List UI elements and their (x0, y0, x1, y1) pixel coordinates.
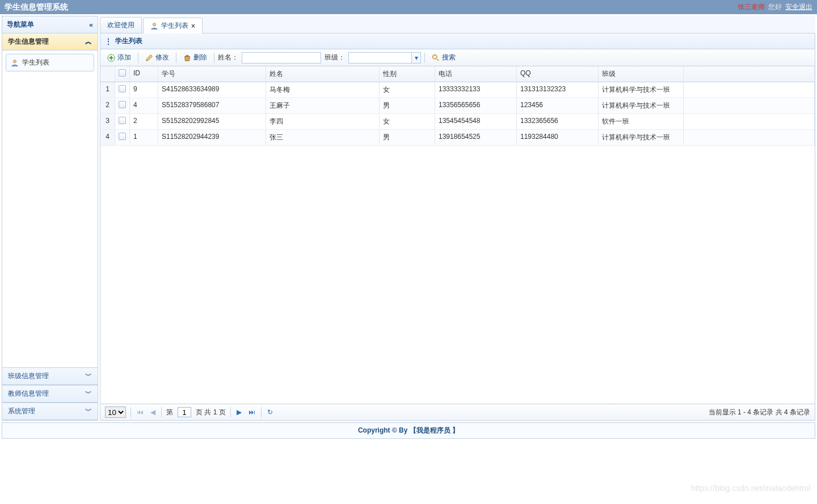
chevron-up-icon: ︽ (85, 37, 92, 46)
sidebar-leaf-label: 学生列表 (22, 58, 49, 67)
chevron-down-icon[interactable]: ▾ (411, 53, 420, 63)
app-title: 学生信息管理系统 (5, 2, 68, 12)
plus-icon (107, 53, 115, 62)
page-size-select[interactable]: 10 (105, 406, 126, 418)
col-checkall[interactable] (115, 66, 130, 82)
col-name[interactable]: 姓名 (266, 66, 380, 82)
user-icon (11, 58, 19, 67)
svg-point-1 (153, 23, 155, 26)
svg-point-3 (433, 55, 437, 59)
cell-qq: 123456 (517, 98, 599, 113)
name-filter-label: 姓名： (218, 53, 238, 62)
tab-label: 欢迎使用 (107, 20, 134, 30)
sidebar-item-student[interactable]: 学生信息管理 ︽ (2, 33, 98, 50)
edit-label: 修改 (155, 53, 169, 62)
sidebar-title: 导航菜单 « (2, 16, 98, 33)
tab-student-list[interactable]: 学生列表 × (143, 18, 203, 33)
prev-page-button[interactable]: ◀ (149, 408, 157, 416)
table-row[interactable]: 41S11528202944239张三男13918654525119328448… (100, 130, 815, 146)
checkbox-icon[interactable] (119, 85, 126, 92)
col-qq[interactable]: QQ (517, 66, 599, 82)
greet-text: 您好 (768, 2, 782, 12)
cell-qq: 131313132323 (517, 82, 599, 98)
sidebar-item-label: 班级信息管理 (8, 371, 49, 381)
user-icon (150, 22, 158, 30)
cell-qq: 1193284480 (517, 130, 599, 145)
cell-class: 软件一班 (599, 114, 684, 129)
cell-class: 计算机科学与技术一班 (599, 82, 684, 98)
sidebar-title-label: 导航菜单 (7, 20, 34, 29)
cell-rownum: 4 (100, 130, 115, 145)
col-gender[interactable]: 性别 (380, 66, 435, 82)
cell-phone: 13545454548 (435, 114, 517, 129)
sidebar-item-teacher[interactable]: 教师信息管理 ︾ (2, 385, 98, 403)
table-row[interactable]: 19S41528633634989马冬梅女1333333213313131313… (100, 82, 815, 98)
collapse-icon[interactable]: « (89, 21, 93, 29)
class-filter-input[interactable] (349, 53, 411, 63)
col-sn[interactable]: 学号 (158, 66, 266, 82)
cell-name: 张三 (266, 130, 380, 145)
cell-check[interactable] (115, 114, 130, 129)
checkbox-icon[interactable] (119, 117, 126, 124)
cell-phone: 13333332133 (435, 82, 517, 98)
edit-button[interactable]: 修改 (142, 52, 172, 63)
cell-qq: 1332365656 (517, 114, 599, 129)
sidebar-item-label: 系统管理 (8, 406, 35, 416)
last-page-button[interactable]: ⏭ (247, 408, 256, 416)
checkbox-icon[interactable] (119, 101, 126, 108)
pager-info: 当前显示 1 - 4 条记录 共 4 条记录 (709, 408, 810, 417)
cell-check[interactable] (115, 82, 130, 98)
sidebar-item-system[interactable]: 系统管理 ︾ (2, 403, 98, 420)
col-class[interactable]: 班级 (599, 66, 684, 82)
table-row[interactable]: 24S51528379586807王麻子男13356565656123456计算… (100, 98, 815, 114)
cell-phone: 13356565656 (435, 98, 517, 113)
sidebar-item-label: 学生信息管理 (8, 37, 49, 46)
tab-welcome[interactable]: 欢迎使用 (100, 17, 142, 33)
checkbox-icon[interactable] (119, 69, 126, 77)
sidebar-item-class[interactable]: 班级信息管理 ︾ (2, 367, 98, 385)
separator (176, 53, 176, 63)
add-button[interactable]: 添加 (104, 52, 134, 63)
cell-id: 2 (130, 114, 158, 129)
next-page-button[interactable]: ▶ (235, 408, 243, 416)
tab-bar: 欢迎使用 学生列表 × (100, 16, 815, 33)
cell-id: 4 (130, 98, 158, 113)
delete-button[interactable]: 删除 (180, 52, 210, 63)
separator (138, 53, 138, 63)
cell-check[interactable] (115, 130, 130, 145)
class-filter-combo[interactable]: ▾ (348, 52, 421, 63)
separator (230, 407, 231, 417)
cell-id: 1 (130, 130, 158, 145)
separator (214, 53, 214, 63)
first-page-button[interactable]: ⏮ (136, 408, 145, 416)
app-header: 学生信息管理系统 张三老师 您好 安全退出 (0, 0, 817, 14)
cell-sn: S51528202992845 (158, 114, 266, 129)
chevron-down-icon: ︾ (85, 371, 92, 381)
cell-sn: S11528202944239 (158, 130, 266, 145)
page-input[interactable] (178, 407, 191, 417)
cell-spacer (684, 98, 815, 113)
toolbar: 添加 修改 删除 姓名： 班级： ▾ 搜索 (100, 49, 815, 66)
separator (130, 407, 131, 417)
footer-label: Copyright © By 【我是程序员 】 (358, 426, 459, 434)
cell-class: 计算机科学与技术一班 (599, 98, 684, 113)
cell-check[interactable] (115, 98, 130, 113)
checkbox-icon[interactable] (119, 133, 126, 140)
name-filter-input[interactable] (242, 52, 321, 63)
sidebar-leaf-student-list[interactable]: 学生列表 (6, 54, 94, 71)
refresh-button[interactable]: ↻ (266, 408, 274, 416)
delete-label: 删除 (193, 53, 207, 62)
grid-header: ID 学号 姓名 性别 电话 QQ 班级 (100, 66, 815, 82)
chevron-down-icon: ︾ (85, 389, 92, 399)
table-row[interactable]: 32S51528202992845李四女13545454548133236565… (100, 114, 815, 130)
grid-body: 19S41528633634989马冬梅女1333333213313131313… (100, 82, 815, 404)
col-phone[interactable]: 电话 (435, 66, 517, 82)
close-icon[interactable]: × (191, 22, 195, 30)
search-button[interactable]: 搜索 (428, 52, 459, 63)
cell-name: 王麻子 (266, 98, 380, 113)
search-icon (432, 53, 440, 62)
cell-sn: S41528633634989 (158, 82, 266, 98)
col-spacer (684, 66, 815, 82)
logout-link[interactable]: 安全退出 (785, 2, 812, 12)
col-id[interactable]: ID (130, 66, 158, 82)
